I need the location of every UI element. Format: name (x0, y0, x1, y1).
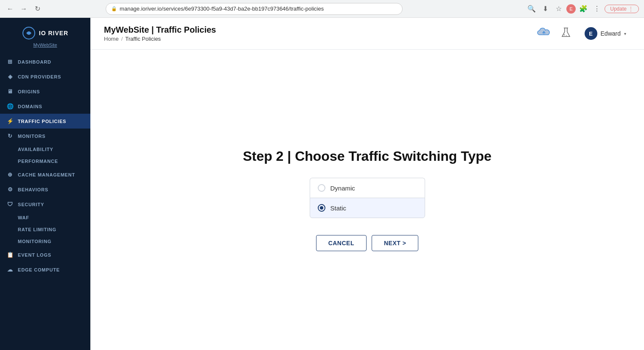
menu-btn[interactable]: ⋮ (591, 3, 603, 15)
user-avatar: E (585, 27, 597, 40)
back-button[interactable]: ← (5, 4, 15, 14)
url-text: manage.ioriver.io/services/6e973300-f5a9… (120, 6, 324, 12)
logo-mark: IO RIVER (22, 26, 68, 40)
breadcrumb-home[interactable]: Home (104, 36, 119, 42)
sidebar-label-origins: ORIGINS (18, 89, 40, 94)
sidebar-item-edge-compute[interactable]: ☁ EDGE COMPUTE (0, 262, 90, 277)
sidebar-item-origins[interactable]: 🖥 ORIGINS (0, 84, 90, 99)
sidebar-label-traffic: TRAFFIC POLICIES (18, 119, 66, 124)
breadcrumb-current: Traffic Policies (125, 36, 161, 42)
sidebar-item-monitoring[interactable]: MONITORING (0, 235, 90, 247)
edge-compute-icon: ☁ (7, 266, 14, 273)
wizard-actions: CANCEL NEXT > (316, 235, 419, 251)
logo-text: IO RIVER (39, 30, 68, 36)
cloud-button[interactable] (536, 26, 552, 41)
sidebar-item-behaviors[interactable]: ⚙ BEHAVIORS (0, 182, 90, 197)
search-icon-btn[interactable]: 🔍 (526, 3, 538, 15)
option-list: Dynamic Static (310, 178, 425, 218)
sidebar-item-event-logs[interactable]: 📋 EVENT LOGS (0, 247, 90, 262)
sidebar-label-waf: WAF (18, 215, 29, 220)
header-right: E Edward ▾ (536, 25, 630, 42)
dashboard-icon: ⊞ (7, 59, 14, 65)
bookmark-icon-btn[interactable]: ☆ (553, 3, 565, 15)
browser-actions: 🔍 ⬇ ☆ E 🧩 ⋮ Update ⋮ (526, 3, 639, 15)
sidebar-label-domains: DOMAINS (18, 104, 42, 109)
origins-icon: 🖥 (7, 88, 14, 95)
sidebar-label-availability: AVAILABILITY (18, 147, 53, 152)
flask-icon (561, 27, 571, 40)
download-icon-btn[interactable]: ⬇ (539, 3, 551, 15)
security-icon: 🛡 (7, 201, 14, 207)
breadcrumb-separator: / (121, 36, 123, 42)
option-static[interactable]: Static (310, 198, 425, 218)
main-content: MyWebSite | Traffic Policies Home / Traf… (90, 18, 644, 350)
sidebar-item-cache-management[interactable]: ⊕ CACHE MANAGEMENT (0, 167, 90, 182)
sidebar: IO RIVER MyWebSite ⊞ DASHBOARD ◈ CDN PRO… (0, 18, 90, 350)
sidebar-label-cdn: CDN PROVIDERS (18, 74, 61, 79)
header-left: MyWebSite | Traffic Policies Home / Traf… (104, 25, 216, 42)
sidebar-label-dashboard: DASHBOARD (18, 59, 51, 64)
sidebar-item-availability[interactable]: AVAILABILITY (0, 143, 90, 155)
sidebar-item-traffic-policies[interactable]: ⚡ TRAFFIC POLICIES (0, 114, 90, 129)
sidebar-label-monitors: MONITORS (18, 134, 45, 139)
sidebar-label-rate-limiting: RATE LIMITING (18, 227, 56, 232)
sidebar-logo: IO RIVER MyWebSite (0, 18, 90, 51)
profile-dot: E (566, 4, 576, 14)
browser-chrome: ← → ↻ 🔒 manage.ioriver.io/services/6e973… (0, 0, 644, 18)
sidebar-item-performance[interactable]: PERFORMANCE (0, 155, 90, 167)
sidebar-item-domains[interactable]: 🌐 DOMAINS (0, 99, 90, 114)
monitors-icon: ↻ (7, 133, 14, 139)
update-button[interactable]: Update ⋮ (605, 5, 639, 13)
cache-icon: ⊕ (7, 171, 14, 178)
page-header: MyWebSite | Traffic Policies Home / Traf… (90, 18, 644, 50)
wizard-area: Step 2 | Choose Traffic Switching Type D… (90, 50, 644, 350)
sidebar-item-security[interactable]: 🛡 SECURITY (0, 197, 90, 212)
sidebar-label-monitoring: MONITORING (18, 239, 51, 244)
lock-icon: 🔒 (111, 6, 117, 11)
sidebar-label-security: SECURITY (18, 202, 44, 207)
sidebar-label-cache: CACHE MANAGEMENT (18, 172, 75, 177)
option-label-dynamic: Dynamic (330, 185, 355, 192)
reload-button[interactable]: ↻ (32, 4, 42, 14)
forward-button[interactable]: → (19, 4, 29, 14)
logo-icon (22, 26, 36, 40)
svg-point-2 (563, 34, 565, 35)
chevron-down-icon: ▾ (624, 31, 626, 36)
radio-static-inner (320, 206, 323, 210)
page-title: MyWebSite | Traffic Policies (104, 25, 216, 35)
cloud-icon (537, 27, 551, 40)
sidebar-label-performance: PERFORMANCE (18, 159, 58, 164)
radio-static[interactable] (318, 204, 325, 212)
sidebar-item-cdn-providers[interactable]: ◈ CDN PROVIDERS (0, 69, 90, 84)
next-button[interactable]: NEXT > (372, 235, 418, 251)
cancel-button[interactable]: CANCEL (316, 235, 367, 251)
sidebar-item-rate-limiting[interactable]: RATE LIMITING (0, 224, 90, 235)
radio-dynamic[interactable] (318, 184, 325, 192)
update-btn-chevron: ⋮ (628, 6, 633, 12)
extensions-btn[interactable]: 🧩 (577, 3, 589, 15)
flask-button[interactable] (558, 26, 574, 41)
option-dynamic[interactable]: Dynamic (310, 178, 425, 198)
cdn-icon: ◈ (7, 73, 14, 80)
user-name: Edward (601, 30, 621, 37)
sidebar-item-dashboard[interactable]: ⊞ DASHBOARD (0, 54, 90, 69)
sidebar-label-behaviors: BEHAVIORS (18, 187, 48, 192)
main-layout: IO RIVER MyWebSite ⊞ DASHBOARD ◈ CDN PRO… (0, 0, 644, 350)
domains-icon: 🌐 (7, 103, 14, 109)
breadcrumb: Home / Traffic Policies (104, 36, 216, 42)
event-logs-icon: 📋 (7, 252, 14, 258)
site-name-link[interactable]: MyWebSite (33, 42, 57, 48)
traffic-icon: ⚡ (7, 118, 14, 124)
sidebar-item-monitors[interactable]: ↻ MONITORS (0, 129, 90, 143)
step-title: Step 2 | Choose Traffic Switching Type (243, 148, 491, 164)
sidebar-nav: ⊞ DASHBOARD ◈ CDN PROVIDERS 🖥 ORIGINS 🌐 … (0, 51, 90, 350)
svg-point-3 (566, 35, 567, 36)
user-menu[interactable]: E Edward ▾ (580, 25, 630, 42)
sidebar-label-edge-compute: EDGE COMPUTE (18, 267, 60, 272)
address-bar[interactable]: 🔒 manage.ioriver.io/services/6e973300-f5… (106, 3, 403, 15)
option-label-static: Static (330, 204, 347, 212)
behaviors-icon: ⚙ (7, 186, 14, 193)
sidebar-label-event-logs: EVENT LOGS (18, 252, 51, 258)
sidebar-item-waf[interactable]: WAF (0, 212, 90, 224)
